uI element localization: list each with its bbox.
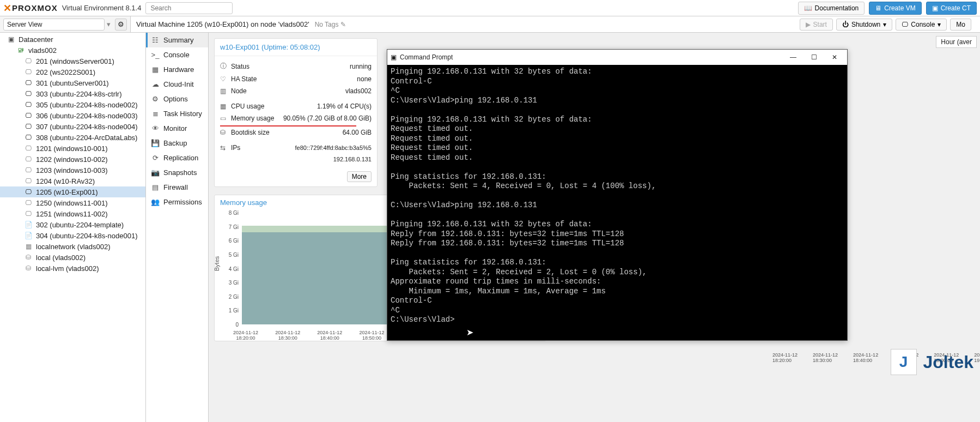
chevron-down-icon: ▾ [107,20,111,28]
tree-vm-17[interactable]: ▦localnetwork (vlads002) [0,241,145,252]
cmd-window[interactable]: ▣ Command Prompt ― ☐ ✕ Pinging 192.168.0… [387,49,848,341]
nav-label: Cloud-Init [163,80,194,88]
y-axis-label: Bytes [214,256,220,272]
summary-panel: w10-Exp001 (Uptime: 05:08:02) ⓘStatusrun… [214,38,378,187]
info-icon: ⓘ [220,62,227,71]
nav-cloud-init[interactable]: ☁Cloud-Init [146,77,208,92]
tree-vm-2[interactable]: 🖵301 (ubuntuServer001) [0,77,145,88]
logo-icon: ✕ [3,2,11,14]
tree-vm-8[interactable]: 🖵1201 (windows10-001) [0,143,145,154]
tree-vm-10[interactable]: 🖵1203 (windows10-003) [0,165,145,176]
ip6-value: fe80::729f:4ffd:8abc:b3a5%5 [295,144,372,151]
nav-options[interactable]: ⚙Options [146,92,208,106]
docs-button[interactable]: 📖 Documentation [798,2,865,15]
logo: ✕ PROXMOX [3,2,58,14]
tree-node[interactable]: 🖳 vlads002 [0,45,145,56]
nav-summary[interactable]: ☷Summary [146,33,208,47]
nav-hardware[interactable]: ▦Hardware [146,62,208,77]
nav-console[interactable]: >_Console [146,47,208,62]
notags-label: No Tags ✎ [315,21,346,28]
sub-bar: Server View ▾ ⚙ Virtual Machine 1205 (w1… [0,16,980,33]
datacenter-icon: ▣ [7,35,15,44]
nav-icon: ☷ [151,36,159,44]
nav-permissions[interactable]: 👥Permissions [146,195,208,209]
tree-label: 1203 (windows10-003) [36,166,108,174]
nav-firewall[interactable]: ▤Firewall [146,180,208,195]
monitor-icon: 🖥 [875,4,881,12]
cmd-body[interactable]: Pinging 192.168.0.131 with 32 bytes of d… [387,65,847,340]
tree-vm-1[interactable]: 🖵202 (ws2022S001) [0,67,145,77]
minimize-icon[interactable]: ― [784,51,802,63]
tree-label: 303 (ubuntu-2204-k8s-ctrlr) [36,90,122,98]
search-input[interactable] [145,2,233,14]
tree-vm-12[interactable]: 🖵1205 (w10-Exp001) [0,186,145,197]
tree-vm-4[interactable]: 🖵305 (ubuntu-2204-k8s-node002) [0,99,145,110]
shutdown-button[interactable]: ⏻ Shutdown ▾ [836,19,892,31]
brand-icon: J [891,349,917,375]
vm-icon: 🖵 [24,144,33,153]
tree-sidebar[interactable]: ▣ Datacenter 🖳 vlads002 🖵201 (windowsSer… [0,33,146,422]
tree-vm-16[interactable]: 📄304 (ubuntu-2204-k8s-node001) [0,230,145,241]
nav-replication[interactable]: ⟳Replication [146,150,208,165]
ha-value: none [357,75,372,83]
brand-watermark: J Joltek [891,349,973,375]
tree-vm-3[interactable]: 🖵303 (ubuntu-2204-k8s-ctrlr) [0,88,145,99]
start-button[interactable]: ▶ Start [800,19,833,31]
create-ct-button[interactable]: ▣ Create CT [926,2,977,15]
summary-title: w10-Exp001 (Uptime: 05:08:02) [215,39,377,56]
cmd-titlebar[interactable]: ▣ Command Prompt ― ☐ ✕ [387,50,847,65]
serverview-selector[interactable]: Server View ▾ ⚙ [0,16,131,32]
breadcrumb: Virtual Machine 1205 (w10-Exp001) on nod… [136,20,309,28]
y-ticks: 8 Gi7 Gi6 Gi5 Gi4 Gi3 Gi2 Gi1 Gi0 [224,210,239,328]
tree-vm-14[interactable]: 🖵1251 (windows11-002) [0,208,145,219]
more-button[interactable]: Mo [950,19,971,31]
net-icon: ⇆ [220,144,227,152]
nav-label: Firewall [163,183,188,191]
nav-monitor[interactable]: 👁Monitor [146,121,208,136]
vm-icon: 🖵 [24,68,33,76]
ha-label: HA State [231,75,257,83]
tree-label: vlads002 [28,46,57,55]
tree-vm-0[interactable]: 🖵201 (windowsServer001) [0,56,145,67]
create-ct-label: Create CT [941,4,971,12]
close-icon[interactable]: ✕ [825,51,844,63]
nav-label: Replication [163,154,198,162]
tree-vm-19[interactable]: ⛁local-lvm (vlads002) [0,263,145,274]
nav-icon: ⚙ [151,95,159,103]
tree-vm-18[interactable]: ⛁local (vlads002) [0,252,145,263]
nav-task-history[interactable]: ≣Task History [146,106,208,121]
vm-icon: 🖵 [24,155,33,164]
nav-icon: ≣ [151,110,159,118]
nav-label: Hardware [163,65,194,74]
vm-icon: 🖵 [24,166,33,174]
vm-icon: ⛁ [24,253,33,262]
tree-vm-7[interactable]: 🖵308 (ubuntu-2204-ArcDataLabs) [0,132,145,143]
nav-col: ☷Summary>_Console▦Hardware☁Cloud-Init⚙Op… [146,33,209,422]
status-value: running [350,63,372,70]
vm-icon: 🖵 [24,57,33,65]
tree-vm-6[interactable]: 🖵307 (ubuntu-2204-k8s-node004) [0,121,145,132]
nav-snapshots[interactable]: 📷Snapshots [146,165,208,180]
console-button[interactable]: 🖵 Console ▾ [896,19,947,31]
tree-vm-5[interactable]: 🖵306 (ubuntu-2204-k8s-node003) [0,110,145,121]
tree-vm-11[interactable]: 🖵1204 (w10-RAv32) [0,176,145,186]
vm-icon: 🖵 [24,79,33,87]
tree-datacenter[interactable]: ▣ Datacenter [0,34,145,45]
ip4-value: 192.168.0.131 [333,156,372,162]
tree-vm-15[interactable]: 📄302 (ubuntu-2204-template) [0,219,145,230]
maximize-icon[interactable]: ☐ [805,51,823,63]
disk-icon: ⛁ [220,129,227,136]
ve-label: Virtual Environment 8.1.4 [62,4,142,12]
gear-icon[interactable]: ⚙ [115,19,127,31]
tree-label: 1205 (w10-Exp001) [36,188,98,196]
nav-backup[interactable]: 💾Backup [146,136,208,150]
cmd-icon: ▣ [391,53,397,61]
nav-label: Permissions [163,198,202,206]
tree-label: 301 (ubuntuServer001) [36,79,109,87]
create-vm-button[interactable]: 🖥 Create VM [869,2,921,15]
more-ips-button[interactable]: More [347,171,372,182]
tree-vm-9[interactable]: 🖵1202 (windows10-002) [0,154,145,165]
timerange-selector[interactable]: Hour (aver [936,36,977,48]
nav-label: Monitor [163,124,187,132]
tree-vm-13[interactable]: 🖵1250 (windows11-001) [0,197,145,208]
